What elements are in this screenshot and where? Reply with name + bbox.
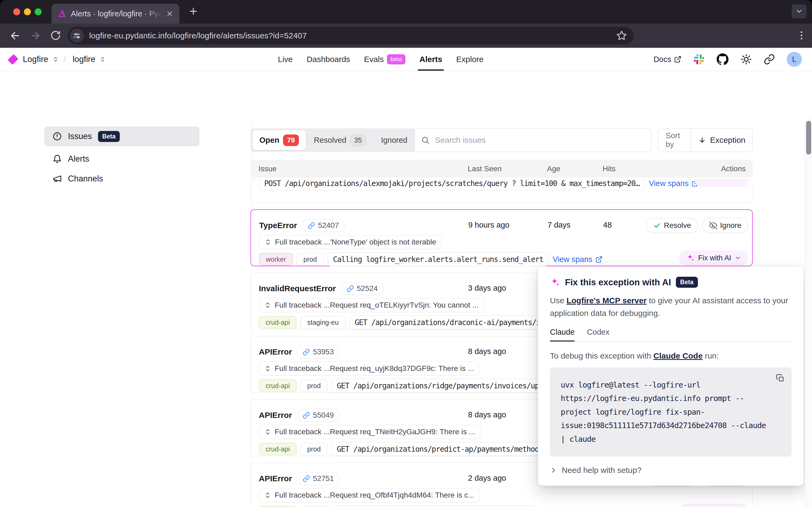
fix-with-ai-button-clipped[interactable]: [694, 179, 748, 186]
tab-live[interactable]: Live: [278, 48, 293, 71]
filter-tab-resolved[interactable]: Resolved35: [307, 130, 373, 150]
column-header-age: Age: [547, 165, 560, 173]
link-icon: [303, 348, 310, 356]
fix-with-ai-button[interactable]: Fix with AI: [680, 504, 748, 507]
scrollbar-track[interactable]: [805, 119, 812, 507]
url-field[interactable]: logfire-eu.pydantic.info/logfire/logfire…: [68, 27, 634, 45]
route-pill[interactable]: Calling logfire_worker.alerts.alert_runs…: [328, 252, 549, 266]
issue-last-seen: 8 days ago: [468, 410, 506, 419]
column-header-hits: Hits: [603, 165, 615, 173]
assistant-tab-codex[interactable]: Codex: [587, 328, 609, 341]
traceback-pill[interactable]: Full traceback ...Request req_uyjK8dq37D…: [259, 361, 479, 376]
route-pill[interactable]: GET /api/organizations/predict-ap/paymen…: [331, 442, 548, 456]
traceback-text: Full traceback ...Request req_oTELKiyyrT…: [275, 301, 479, 309]
main-nav: LiveDashboardsEvalsbetaAlertsExplore: [278, 48, 484, 71]
sidebar-item-issues[interactable]: IssuesBeta: [44, 126, 200, 146]
count-badge: 35: [350, 134, 366, 146]
sparkles-icon: [550, 277, 560, 287]
tab-evals[interactable]: Evalsbeta: [364, 48, 405, 71]
filter-tab-ignored[interactable]: Ignored: [374, 130, 414, 150]
tab-strip: Alerts · logfire/logfire · Pydant: [0, 0, 812, 23]
issue-id-pill[interactable]: 52407: [302, 219, 345, 232]
view-spans-link[interactable]: View spans: [649, 179, 699, 188]
copy-button[interactable]: [776, 374, 784, 383]
route-text: POST /api/organizations/alexmojaki/proje…: [264, 179, 640, 188]
tab-explore[interactable]: Explore: [456, 48, 484, 71]
issue-row-partial[interactable]: POST /api/organizations/alexmojaki/proje…: [251, 179, 753, 203]
tab-alerts[interactable]: Alerts: [420, 48, 442, 71]
forward-button[interactable]: [30, 30, 41, 42]
traceback-pill[interactable]: Full traceback ...'NoneType' object is n…: [259, 235, 442, 249]
sort-control[interactable]: Sort by Exception: [658, 128, 753, 152]
route-pill[interactable]: GET /api/organizations/tleyden/payments/…: [331, 505, 536, 507]
issue-id: 52751: [313, 474, 334, 483]
avatar[interactable]: L: [787, 52, 802, 67]
traceback-pill[interactable]: Full traceback ...Request req_TNeitH2yGa…: [259, 425, 480, 439]
breadcrumb-slash: /: [63, 54, 66, 64]
env-badge: crud-api: [259, 316, 296, 329]
github-icon[interactable]: [716, 53, 729, 65]
browser-chrome: Alerts · logfire/logfire · Pydant logfir…: [0, 0, 812, 48]
tab-search-button[interactable]: [792, 4, 807, 18]
back-button[interactable]: [9, 30, 21, 42]
issue-id-pill[interactable]: 55049: [297, 409, 340, 421]
issue-row[interactable]: TypeError 52407 9 hours ago 7 days 48 Re…: [251, 209, 753, 266]
site-settings-icon[interactable]: [70, 29, 84, 43]
column-header-last-seen: Last Seen: [468, 165, 502, 173]
traceback-pill[interactable]: Full traceback ...Request req_Ofbf4Tjqh4…: [259, 488, 480, 502]
tab-dashboards[interactable]: Dashboards: [307, 48, 350, 71]
project-selector-icon[interactable]: [100, 56, 106, 62]
route-text: GET /api/organizations/ridge/payments/in…: [337, 381, 551, 390]
traceback-text: Full traceback ...'NoneType' object is n…: [275, 238, 436, 246]
view-spans-link[interactable]: View spans: [553, 255, 603, 264]
search-box[interactable]: [414, 128, 652, 152]
filter-tab-open[interactable]: Open79: [253, 130, 306, 150]
route-pill[interactable]: POST /api/organizations/alexmojaki/proje…: [259, 179, 645, 190]
status-filter-tabs: Open79Resolved35Ignored: [251, 128, 416, 152]
window-close-button[interactable]: [13, 8, 20, 15]
project-selector[interactable]: logfire: [73, 54, 95, 64]
issue-id-pill[interactable]: 53953: [297, 345, 340, 358]
link-icon: [347, 285, 354, 292]
mcp-server-link[interactable]: Logfire's MCP server: [566, 296, 647, 305]
logfire-favicon: [57, 9, 67, 18]
bookmark-star-icon[interactable]: [616, 30, 627, 41]
issue-id-pill[interactable]: 52524: [341, 282, 384, 295]
window-zoom-button[interactable]: [35, 8, 42, 15]
logfire-app: Logfire / logfire LiveDashboardsEvalsbet…: [0, 48, 812, 507]
scrollbar-thumb[interactable]: [806, 121, 811, 155]
theme-toggle-icon[interactable]: [741, 54, 752, 65]
issue-id-pill[interactable]: 52751: [297, 472, 340, 485]
setup-help-toggle[interactable]: Need help with setup?: [550, 466, 792, 475]
claude-code-link[interactable]: Claude Code: [653, 351, 702, 360]
org-selector-icon[interactable]: [53, 56, 59, 62]
ignore-button[interactable]: Ignore: [702, 218, 748, 233]
traceback-pill[interactable]: Full traceback ...Request req_oTELKiyyrT…: [259, 298, 484, 312]
fix-with-ai-button[interactable]: Fix with AI: [680, 251, 748, 265]
beta-badge: Beta: [98, 131, 120, 142]
command-text: uvx logfire@latest --logfire-url https:/…: [561, 378, 767, 446]
sidebar-item-channels[interactable]: Channels: [44, 169, 200, 189]
org-selector[interactable]: Logfire: [23, 54, 48, 64]
search-input[interactable]: [434, 135, 645, 145]
issue-name: APIError: [259, 347, 292, 356]
route-pill[interactable]: GET /api/organizations/ridge/payments/in…: [331, 379, 557, 393]
window-minimize-button[interactable]: [24, 8, 31, 15]
chevrons-up-down-icon: [264, 492, 271, 499]
sidebar-item-alerts[interactable]: Alerts: [44, 149, 200, 169]
tab-close-icon[interactable]: [166, 10, 173, 17]
share-link-icon[interactable]: [764, 54, 775, 65]
traceback-text: Full traceback ...Request req_Ofbf4Tjqh4…: [275, 491, 474, 500]
browser-menu-icon[interactable]: [796, 30, 807, 41]
chevrons-up-down-icon: [265, 239, 271, 245]
resolve-button[interactable]: Resolve: [646, 218, 698, 233]
issue-id: 52524: [357, 284, 378, 293]
new-tab-button[interactable]: [188, 6, 199, 17]
docs-link[interactable]: Docs: [654, 55, 682, 64]
sort-direction-icon[interactable]: [698, 136, 706, 144]
reload-button[interactable]: [50, 30, 61, 41]
slack-icon[interactable]: [693, 54, 705, 65]
browser-tab[interactable]: Alerts · logfire/logfire · Pydant: [52, 4, 179, 23]
assistant-tab-claude[interactable]: Claude: [550, 328, 575, 341]
issue-last-seen: 9 hours ago: [468, 221, 509, 229]
